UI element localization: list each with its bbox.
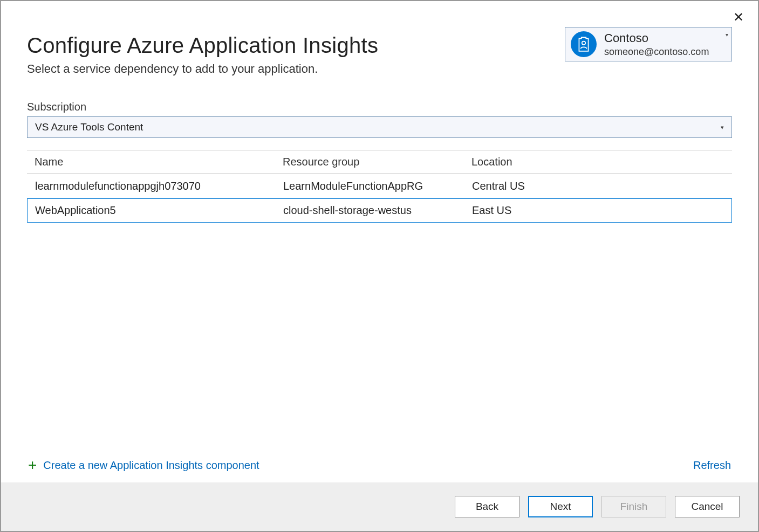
dialog-window: ✕ Configure Azure Application Insights S…	[0, 0, 759, 532]
col-header-resource-group[interactable]: Resource group	[283, 156, 471, 168]
page-title: Configure Azure Application Insights	[27, 33, 565, 58]
account-badge-icon	[571, 31, 597, 57]
subscription-selected: VS Azure Tools Content	[35, 121, 143, 133]
create-new-link[interactable]: + Create a new Application Insights comp…	[28, 458, 259, 473]
next-button[interactable]: Next	[528, 496, 593, 517]
dialog-footer: Back Next Finish Cancel	[1, 482, 758, 531]
cell-resource-group: LearnModuleFunctionAppRG	[283, 180, 472, 192]
create-new-label: Create a new Application Insights compon…	[43, 459, 259, 472]
table-row[interactable]: learnmodulefunctionappgjh073070 LearnMod…	[27, 174, 732, 198]
account-text: Contoso someone@contoso.com	[604, 31, 709, 58]
svg-point-0	[582, 42, 585, 45]
subscription-label: Subscription	[27, 101, 732, 113]
resources-table: Name Resource group Location learnmodule…	[27, 150, 732, 223]
dialog-content: Configure Azure Application Insights Sel…	[1, 1, 758, 482]
chevron-down-icon: ▾	[721, 124, 724, 131]
subscription-dropdown[interactable]: VS Azure Tools Content ▾	[27, 116, 732, 138]
col-header-location[interactable]: Location	[471, 156, 724, 168]
account-email: someone@contoso.com	[604, 46, 709, 58]
cell-resource-group: cloud-shell-storage-westus	[283, 204, 472, 217]
table-header: Name Resource group Location	[27, 150, 732, 174]
header-row: Configure Azure Application Insights Sel…	[27, 27, 732, 76]
close-icon[interactable]: ✕	[733, 11, 744, 24]
back-button[interactable]: Back	[455, 496, 519, 517]
col-header-name[interactable]: Name	[35, 156, 283, 168]
table-row[interactable]: WebApplication5 cloud-shell-storage-west…	[27, 198, 732, 223]
page-subtitle: Select a service dependency to add to yo…	[27, 62, 565, 76]
cell-name: WebApplication5	[35, 204, 283, 217]
chevron-down-icon: ▾	[726, 32, 728, 38]
refresh-link[interactable]: Refresh	[693, 459, 731, 472]
account-name: Contoso	[604, 31, 709, 46]
finish-button: Finish	[601, 496, 666, 517]
cell-location: East US	[472, 204, 724, 217]
link-row: + Create a new Application Insights comp…	[27, 458, 732, 482]
plus-icon: +	[28, 458, 37, 473]
account-selector[interactable]: Contoso someone@contoso.com ▾	[565, 27, 732, 61]
cancel-button[interactable]: Cancel	[675, 496, 740, 517]
cell-name: learnmodulefunctionappgjh073070	[35, 180, 283, 192]
titles: Configure Azure Application Insights Sel…	[27, 27, 565, 76]
cell-location: Central US	[472, 180, 724, 192]
